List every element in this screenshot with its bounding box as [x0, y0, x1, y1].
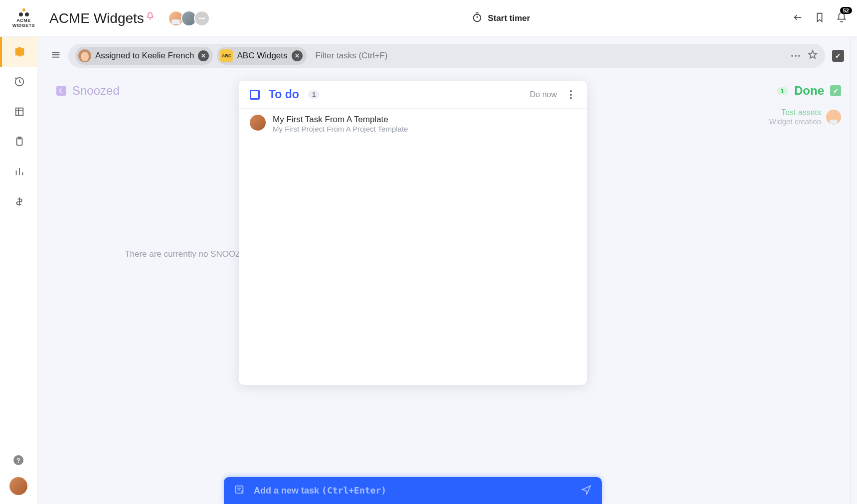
assignee-avatar-icon: [78, 49, 91, 62]
brand-logo[interactable]: ACMEWIDGETS: [10, 8, 37, 28]
assignee-avatar-icon: [250, 115, 266, 131]
todo-title: To do: [269, 88, 299, 101]
todo-status-icon[interactable]: [250, 90, 260, 100]
help-icon[interactable]: ?: [13, 455, 23, 465]
svg-point-0: [199, 18, 200, 19]
nav-item-recent[interactable]: [0, 67, 37, 97]
svg-rect-8: [16, 108, 23, 116]
do-now-button[interactable]: Do now: [530, 90, 557, 99]
member-avatar-stack[interactable]: [168, 10, 210, 26]
done-count-badge: 1: [777, 87, 788, 95]
board-content: Assigned to Keelie French ABC ABC Widget…: [37, 37, 857, 504]
filter-bar: Assigned to Keelie French ABC ABC Widget…: [37, 37, 857, 75]
send-icon[interactable]: [581, 484, 592, 497]
app-header: ACMEWIDGETS ACME Widgets Start timer: [0, 0, 857, 37]
todo-panel-header: To do 1 Do now: [239, 81, 587, 109]
bookmark-icon[interactable]: [814, 12, 825, 25]
todo-panel: To do 1 Do now My First Task From A Temp…: [239, 81, 587, 385]
task-title: My First Task From A Template: [273, 115, 408, 125]
filter-input[interactable]: [311, 51, 783, 61]
add-task-bar[interactable]: Add a new task (Ctrl+Enter): [224, 477, 602, 504]
task-title: Test assets: [769, 108, 821, 117]
brand-logo-text: ACMEWIDGETS: [12, 18, 35, 28]
svg-rect-5: [18, 48, 21, 56]
column-done: 1 Done Test assets Widget creation: [579, 75, 844, 259]
svg-point-2: [203, 18, 204, 19]
svg-rect-4: [16, 49, 18, 55]
client-badge-icon: ABC: [220, 49, 233, 62]
timer-label: Start timer: [488, 13, 530, 23]
filter-more-icon[interactable]: [791, 55, 800, 57]
menu-icon[interactable]: [50, 49, 61, 62]
svg-point-1: [201, 18, 202, 19]
done-check-icon: [830, 85, 841, 96]
task-subtitle: Widget creation: [769, 117, 821, 126]
done-task-row[interactable]: Test assets Widget creation: [579, 105, 844, 126]
nav-item-clipboard[interactable]: [0, 127, 37, 157]
star-icon[interactable]: [807, 49, 818, 62]
todo-task-row[interactable]: My First Task From A Template My First P…: [239, 109, 587, 139]
current-user-avatar[interactable]: [9, 477, 27, 495]
nav-item-clients[interactable]: [0, 97, 37, 127]
nav-item-board[interactable]: [0, 37, 37, 67]
filter-chip-assignee[interactable]: Assigned to Keelie French: [75, 47, 213, 65]
nav-item-billing[interactable]: [0, 186, 37, 216]
left-nav-rail: ?: [0, 37, 37, 504]
snoozed-icon: [56, 86, 66, 96]
add-task-icon: [234, 484, 245, 497]
assignee-avatar-icon: [826, 110, 841, 125]
stopwatch-icon: [472, 12, 483, 25]
kebab-menu-icon[interactable]: [566, 88, 576, 101]
notifications-count-badge: 52: [840, 7, 852, 14]
workspace-title[interactable]: ACME Widgets: [49, 10, 144, 26]
remove-chip-icon[interactable]: [198, 50, 209, 61]
filter-chip-client[interactable]: ABC ABC Widgets: [217, 47, 306, 65]
column-title: Snoozed: [72, 84, 120, 98]
svg-point-3: [474, 14, 481, 21]
more-members-button[interactable]: [194, 10, 210, 26]
start-timer-button[interactable]: Start timer: [472, 12, 530, 25]
filter-chip-label: Assigned to Keelie French: [95, 51, 194, 61]
filter-input-container[interactable]: Assigned to Keelie French ABC ABC Widget…: [68, 44, 825, 68]
scrollbar-track[interactable]: [850, 37, 857, 504]
notification-bell-small-icon[interactable]: [146, 7, 154, 23]
todo-count-badge: 1: [308, 90, 320, 99]
back-icon[interactable]: [792, 12, 803, 25]
task-subtitle: My First Project From A Project Template: [273, 125, 408, 133]
notifications-icon[interactable]: 52: [836, 12, 847, 25]
nav-item-reports[interactable]: [0, 157, 37, 186]
add-task-label: Add a new task (Ctrl+Enter): [254, 485, 386, 496]
filter-chip-label: ABC Widgets: [237, 51, 287, 61]
svg-rect-6: [21, 49, 24, 55]
remove-chip-icon[interactable]: [292, 50, 303, 61]
column-title: Done: [794, 84, 824, 98]
toggle-completed-icon[interactable]: [832, 50, 844, 62]
